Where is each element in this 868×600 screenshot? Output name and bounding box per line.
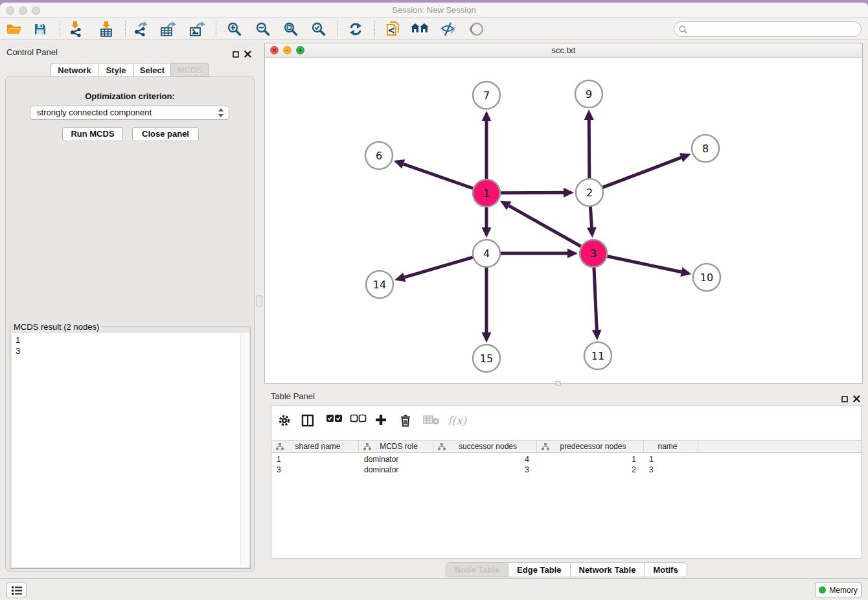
- graph-edge-2-9[interactable]: [589, 120, 589, 178]
- control-panel-tabs: Network Style Select MCDS: [51, 63, 209, 77]
- export-table-icon[interactable]: [159, 21, 177, 38]
- clone-network-icon[interactable]: [383, 21, 402, 38]
- float-table-panel-icon[interactable]: [841, 393, 848, 405]
- export-image-icon[interactable]: [188, 21, 207, 38]
- close-table-panel-icon[interactable]: [853, 393, 860, 405]
- tab-node-table[interactable]: Node Table: [446, 563, 508, 577]
- hide-panel-icon[interactable]: [439, 21, 457, 38]
- deselect-all-icon[interactable]: [350, 414, 367, 422]
- show-panel-icon[interactable]: [468, 21, 486, 38]
- float-panel-icon[interactable]: [233, 49, 239, 60]
- tab-mcds[interactable]: MCDS: [170, 63, 209, 77]
- graph-node-label: 3: [590, 248, 597, 260]
- close-panel-icon[interactable]: [244, 49, 251, 60]
- tab-select[interactable]: Select: [133, 63, 170, 77]
- mcds-result-title: MCDS result (2 nodes): [12, 322, 101, 332]
- cell-predecessor-nodes[interactable]: 1: [537, 454, 644, 465]
- graph-node-label: 11: [591, 350, 604, 362]
- graph-edge-arrowhead: [482, 227, 492, 238]
- cell-successor-nodes[interactable]: 3: [433, 465, 537, 475]
- select-all-icon[interactable]: [326, 414, 343, 422]
- save-session-icon[interactable]: [31, 21, 49, 38]
- column-header-predecessor-nodes[interactable]: predecessor nodes: [537, 441, 644, 452]
- search-input[interactable]: [674, 21, 862, 37]
- graph-node-label: 4: [483, 248, 490, 260]
- refresh-icon[interactable]: [347, 21, 365, 38]
- hierarchy-icon: [276, 443, 284, 450]
- zoom-selected-icon[interactable]: [310, 21, 328, 38]
- column-header-shared-name[interactable]: shared name: [271, 441, 359, 452]
- table-settings-gear-icon[interactable]: [278, 414, 291, 427]
- graph-node-label: 9: [586, 88, 592, 100]
- tab-network[interactable]: Network: [51, 63, 98, 77]
- zoom-fit-icon[interactable]: [282, 21, 300, 38]
- horizontal-splitter-handle[interactable]: [555, 381, 561, 386]
- import-network-icon[interactable]: [67, 21, 85, 38]
- graph-node-label: 10: [700, 271, 713, 284]
- export-network-icon[interactable]: [131, 21, 150, 38]
- table-tabs: Node Table Edge Table Network Table Moti…: [446, 562, 687, 577]
- vertical-splitter-handle[interactable]: [257, 295, 262, 306]
- graph-edge-3-10[interactable]: [608, 257, 681, 272]
- add-column-icon[interactable]: [375, 414, 387, 426]
- cell-shared-name[interactable]: 3: [271, 465, 359, 475]
- graph-node-label: 14: [373, 279, 386, 291]
- cell-shared-name[interactable]: 1: [271, 454, 359, 465]
- graph-edge-1-6[interactable]: [404, 164, 473, 189]
- graph-edge-arrowhead: [394, 159, 405, 168]
- graph-edge-2-3[interactable]: [590, 207, 591, 227]
- optimization-criterion-label: Optimization criterion:: [6, 91, 254, 101]
- table-row[interactable]: 3 dominator 3 2 3: [271, 465, 862, 475]
- run-mcds-button[interactable]: Run MCDS: [62, 127, 123, 141]
- result-scrollbar[interactable]: [240, 334, 247, 566]
- close-panel-button[interactable]: Close panel: [132, 127, 199, 141]
- memory-button[interactable]: Memory: [815, 583, 862, 597]
- table-panel-header: Table Panel: [264, 389, 868, 404]
- cell-name[interactable]: 1: [644, 454, 698, 465]
- cell-mcds-role[interactable]: dominator: [359, 465, 433, 475]
- tab-edge-table[interactable]: Edge Table: [508, 563, 570, 577]
- cell-predecessor-nodes[interactable]: 2: [537, 465, 644, 475]
- graph-edge-3-1[interactable]: [509, 206, 581, 247]
- list-icon: [12, 586, 22, 595]
- graph-edge-4-14[interactable]: [404, 257, 472, 277]
- table-row[interactable]: 1 dominator 4 1 1: [271, 454, 862, 465]
- network-graph[interactable]: 7968124314101511: [265, 58, 862, 383]
- graph-node-label: 7: [483, 89, 490, 102]
- column-header-successor-nodes[interactable]: successor nodes: [433, 441, 537, 452]
- show-columns-icon[interactable]: [301, 414, 314, 427]
- function-builder-icon[interactable]: f(x): [448, 414, 466, 427]
- cell-successor-nodes[interactable]: 4: [433, 454, 537, 465]
- zoom-out-icon[interactable]: [254, 21, 272, 38]
- cell-name[interactable]: 3: [644, 465, 698, 475]
- graph-edge-3-11[interactable]: [594, 268, 597, 330]
- result-line: 1: [16, 334, 245, 345]
- tab-network-table[interactable]: Network Table: [571, 563, 645, 577]
- cell-mcds-role[interactable]: dominator: [359, 454, 433, 465]
- network-view-window: ✕ − + scc.txt 7968124314101511: [264, 43, 863, 384]
- column-header-name[interactable]: name: [644, 441, 698, 452]
- tab-motifs[interactable]: Motifs: [645, 563, 686, 577]
- memory-label: Memory: [829, 586, 857, 595]
- delete-column-icon[interactable]: [400, 414, 411, 427]
- open-file-icon[interactable]: [5, 21, 23, 38]
- search-icon: [679, 25, 688, 34]
- delete-table-icon[interactable]: [423, 414, 440, 426]
- mcds-result-text[interactable]: 1 3: [12, 333, 249, 567]
- tab-style[interactable]: Style: [98, 63, 133, 77]
- graph-edge-2-8[interactable]: [603, 157, 681, 187]
- graph-edge-arrowhead: [587, 227, 597, 238]
- task-history-button[interactable]: [6, 583, 27, 597]
- node-table-container: f(x) shared name MCDS role successor nod…: [271, 406, 862, 559]
- graph-node-label: 2: [586, 187, 593, 199]
- network-window-titlebar[interactable]: ✕ − + scc.txt: [265, 43, 862, 58]
- optimization-criterion-select[interactable]: strongly connected component: [30, 106, 229, 120]
- graph-edge-1-2[interactable]: [501, 192, 564, 193]
- zoom-in-icon[interactable]: [225, 21, 244, 38]
- app-window: Session: New Session: [0, 3, 868, 600]
- home-icon[interactable]: [411, 21, 429, 38]
- table-panel-title: Table Panel: [271, 391, 315, 401]
- import-table-icon[interactable]: [97, 21, 115, 38]
- column-header-mcds-role[interactable]: MCDS role: [359, 441, 433, 452]
- graph-edge-arrowhead: [482, 332, 492, 343]
